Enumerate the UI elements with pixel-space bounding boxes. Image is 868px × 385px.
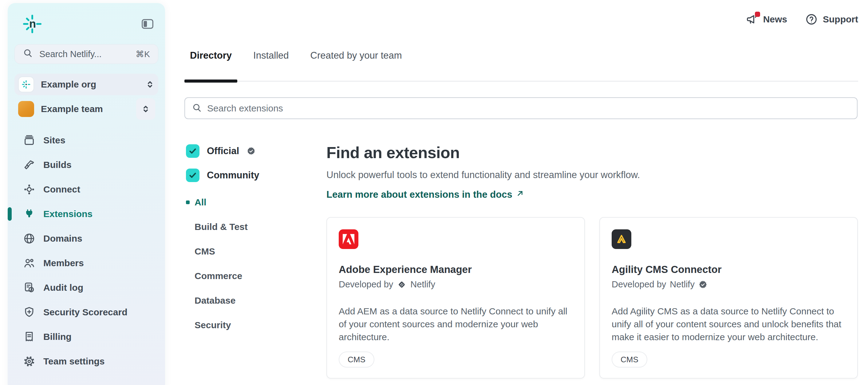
sidebar-item-domains[interactable]: Domains <box>8 226 165 251</box>
extensions-search-input[interactable] <box>207 103 850 114</box>
netlify-logo-icon: n <box>23 14 42 34</box>
tag-cms: CMS <box>339 352 374 368</box>
page-title: Find an extension <box>327 143 460 162</box>
team-switcher[interactable]: Example team <box>14 98 158 120</box>
team-settings-icon <box>23 355 35 368</box>
billing-icon <box>23 331 35 343</box>
extension-card-adobe[interactable]: Adobe Experience Manager Developed by Ne… <box>327 217 585 379</box>
svg-text:n: n <box>29 18 36 30</box>
sidebar-item-extensions[interactable]: Extensions <box>8 202 165 226</box>
audit-log-icon <box>23 282 35 294</box>
sidebar-collapse-button[interactable] <box>141 17 155 31</box>
connect-icon <box>23 183 35 196</box>
sidebar-item-audit-log[interactable]: Audit log <box>8 275 165 300</box>
filter-checkbox-official[interactable]: Official <box>186 144 318 158</box>
sidebar-item-security-scorecard[interactable]: Security Scorecard <box>8 300 165 324</box>
main-content: DirectoryInstalledCreated by your team O… <box>184 0 858 385</box>
adobe-logo-icon <box>339 229 359 249</box>
sidebar-item-team-settings[interactable]: Team settings <box>8 349 165 374</box>
extension-card-agility[interactable]: Agility CMS Connector Developed by Netli… <box>599 217 858 379</box>
filters-panel: Official Community <box>186 144 318 343</box>
extension-tags: CMS <box>612 352 647 368</box>
sidebar-header: n <box>8 3 165 34</box>
checkbox-checked[interactable] <box>186 144 199 158</box>
security-scorecard-icon <box>23 306 35 318</box>
tab-created-by-your-team[interactable]: Created by your team <box>305 50 408 81</box>
netlify-mark-icon <box>397 280 407 289</box>
agility-logo-icon <box>612 229 631 249</box>
org-name: Example org <box>41 79 96 90</box>
verified-badge-icon <box>247 146 256 156</box>
category-database[interactable]: Database <box>186 294 318 307</box>
extension-tags: CMS <box>339 352 374 368</box>
org-switcher[interactable]: Example org <box>14 74 158 95</box>
extension-cards: Adobe Experience Manager Developed by Ne… <box>327 217 858 379</box>
extensions-search <box>184 97 858 119</box>
chevron-up-down-icon <box>145 79 155 90</box>
tab-directory[interactable]: Directory <box>184 50 237 81</box>
filter-checkbox-community[interactable]: Community <box>186 169 318 182</box>
developer-name: Netlify <box>670 279 695 289</box>
docs-link[interactable]: Learn more about extensions in the docs <box>327 189 525 201</box>
global-search-placeholder: Search Netlify... <box>39 49 102 59</box>
global-search-input[interactable]: Search Netlify... ⌘K <box>14 44 158 64</box>
category-cms[interactable]: CMS <box>186 245 318 258</box>
category-security[interactable]: Security <box>186 318 318 332</box>
extension-title: Agility CMS Connector <box>612 264 845 275</box>
keyboard-shortcut: ⌘K <box>135 49 150 59</box>
source-filters: Official Community <box>186 144 318 182</box>
chevron-up-down-icon[interactable] <box>136 98 155 120</box>
tab-installed[interactable]: Installed <box>248 50 294 81</box>
developer-name: Netlify <box>410 279 435 289</box>
sidebar-nav: Sites Builds Connect Extensions Domains … <box>8 128 165 374</box>
extensions-icon <box>23 208 35 220</box>
tag-cms: CMS <box>612 352 647 368</box>
extension-title: Adobe Experience Manager <box>339 264 572 275</box>
sites-icon <box>23 134 35 146</box>
members-icon <box>23 257 35 269</box>
sidebar-item-members[interactable]: Members <box>8 251 165 275</box>
sidebar-item-builds[interactable]: Builds <box>8 152 165 177</box>
extension-description: Add AEM as a data source to Netlify Conn… <box>339 305 572 344</box>
sidebar-item-connect[interactable]: Connect <box>8 177 165 202</box>
builds-icon <box>23 159 35 171</box>
category-filters: AllBuild & TestCMSCommerceDatabaseSecuri… <box>186 196 318 332</box>
sidebar-item-billing[interactable]: Billing <box>8 324 165 349</box>
sidebar-toggle-icon <box>141 17 155 31</box>
arrow-up-right-icon <box>516 189 525 201</box>
extension-description: Add Agility CMS as a data source to Netl… <box>612 305 845 344</box>
sidebar-item-sites[interactable]: Sites <box>8 128 165 152</box>
netlify-extensions-page: n Search Netlify... ⌘K <box>0 0 868 385</box>
org-avatar <box>18 76 34 93</box>
page-subtitle: Unlock powerful tools to extend function… <box>327 170 640 180</box>
category-commerce[interactable]: Commerce <box>186 269 318 283</box>
domains-icon <box>23 233 35 245</box>
verified-badge-icon <box>698 280 708 289</box>
developer-row: Developed by Netlify <box>612 279 845 289</box>
team-avatar <box>18 101 34 117</box>
team-name: Example team <box>41 104 103 114</box>
search-icon <box>23 48 33 61</box>
developer-row: Developed by Netlify <box>339 279 572 289</box>
tab-bar: DirectoryInstalledCreated by your team <box>184 0 858 82</box>
category-all[interactable]: All <box>186 196 318 209</box>
checkbox-checked[interactable] <box>186 169 199 182</box>
search-icon <box>192 103 202 114</box>
sidebar: n Search Netlify... ⌘K <box>8 3 165 385</box>
category-build-test[interactable]: Build & Test <box>186 220 318 234</box>
